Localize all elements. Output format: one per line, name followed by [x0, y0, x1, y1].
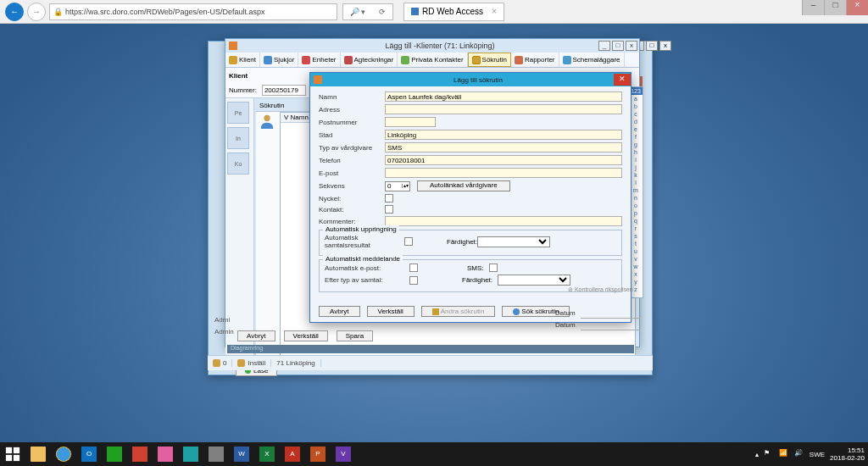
dialog-close-button[interactable]: ✕	[614, 74, 631, 86]
fs2-fard-select[interactable]	[498, 275, 570, 286]
taskbar-app5[interactable]	[127, 442, 153, 466]
win-max[interactable]: □	[612, 41, 624, 51]
tray-volume-icon[interactable]: 🔊	[794, 449, 804, 459]
toolbar-klient[interactable]: Klient	[225, 53, 260, 67]
telefon-input[interactable]: 0702018001	[385, 155, 622, 165]
fs2-sms-checkbox[interactable]	[489, 264, 498, 272]
fs2-sms-label: SMS:	[467, 264, 484, 272]
toolbar-enheter[interactable]: Enheter	[298, 53, 340, 67]
taskbar-vs[interactable]: V	[331, 442, 356, 466]
app-icon	[229, 42, 237, 50]
toolbar-sokrutin[interactable]: Sökrutin	[468, 53, 511, 67]
list-col-namn[interactable]: V Namn	[281, 113, 313, 122]
backwin-close[interactable]: x	[659, 41, 671, 51]
taskbar-word[interactable]: W	[229, 442, 254, 466]
taskbar-store[interactable]	[102, 442, 127, 466]
stad-input[interactable]: Linköping	[385, 130, 622, 140]
tab-title: RD Web Access	[422, 7, 483, 16]
epost-input[interactable]	[385, 168, 622, 178]
fs1-auto-label: Automatisk samtalsresultat	[325, 234, 404, 249]
kommentar-input[interactable]	[385, 216, 622, 226]
fs2-efter-checkbox[interactable]	[409, 276, 418, 285]
main-toolbar: Klient Sjukjor Enheter Agteckningar Priv…	[225, 53, 639, 68]
sidebar-item-in[interactable]: In	[227, 127, 249, 149]
adress-label: Adress	[319, 106, 385, 114]
tray-clock[interactable]: 15:51 2018-02-20	[830, 447, 865, 462]
taskbar-app6[interactable]	[153, 442, 178, 466]
backwin-max[interactable]: □	[646, 41, 658, 51]
postnummer-input[interactable]	[385, 117, 436, 127]
tray-lang[interactable]: SWE	[810, 451, 825, 458]
add-sokrutin-dialog: Lägg till sökrutin ✕ NamnAspen Launfek d…	[309, 72, 632, 323]
start-button[interactable]	[0, 442, 25, 466]
win-min[interactable]: _	[598, 41, 610, 51]
notes-icon	[344, 56, 353, 64]
lower-spara[interactable]: Spara	[337, 330, 373, 341]
system-tray[interactable]: ▴ ⚑ 📶 🔊 SWE 15:51 2018-02-20	[755, 447, 868, 462]
status-icon-flag	[213, 359, 220, 367]
nyckel-checkbox[interactable]	[385, 194, 393, 202]
toolbar-schemalaggare[interactable]: Schemaläggare	[559, 53, 625, 67]
refresh-icon[interactable]: ⟳	[379, 8, 386, 16]
tray-flag-icon[interactable]: ⚑	[764, 449, 774, 459]
status-cell-0: 0	[208, 359, 232, 367]
sidebar-item-ko[interactable]: Ko	[227, 153, 249, 175]
taskbar-pdf[interactable]: A	[280, 442, 305, 466]
taskbar-excel[interactable]: X	[254, 442, 280, 466]
maximize-button[interactable]: □	[824, 0, 846, 15]
fs1-auto-checkbox[interactable]	[404, 237, 413, 246]
address-bar[interactable]: 🔒 https://wa.src.doro.com/RDWeb/Pages/en…	[49, 3, 337, 20]
nav-forward-button[interactable]: →	[27, 3, 46, 21]
dialog-icon	[314, 75, 322, 84]
telefon-label: Telefon	[319, 157, 385, 164]
kontakt-checkbox[interactable]	[385, 205, 393, 214]
autolink-button[interactable]: Autolänkad vårdgivare	[417, 180, 510, 191]
fs1-fard-select[interactable]	[477, 236, 550, 247]
taskbar-outlook[interactable]: O	[76, 442, 102, 466]
browser-tab[interactable]: RD Web Access ×	[403, 3, 504, 21]
fs2-epost-checkbox[interactable]	[409, 264, 418, 272]
taskbar-ppt[interactable]: P	[305, 442, 331, 466]
search-routine-icon	[472, 56, 481, 64]
toolbar-privata[interactable]: Privata Kontakter	[398, 53, 467, 67]
tab-favicon	[411, 8, 419, 15]
dialog-title: Lägg till sökrutin	[326, 76, 631, 84]
nurse-icon	[264, 56, 272, 64]
fs2-fard-label: Färdighet:	[462, 276, 492, 284]
adress-input[interactable]	[385, 104, 622, 114]
win-close[interactable]: x	[626, 41, 637, 51]
schedule-icon	[563, 56, 571, 64]
url-text: https://wa.src.doro.com/RDWeb/Pages/en-U…	[65, 8, 264, 16]
toolbar-sjukjoer[interactable]: Sjukjor	[260, 53, 298, 67]
status-cell-1: Inställ	[232, 359, 271, 367]
nummer-field[interactable]	[262, 85, 306, 96]
close-button[interactable]: ×	[846, 0, 868, 15]
sekvens-spinner[interactable]: 0	[385, 181, 410, 191]
namn-input[interactable]: Aspen Launfek dag/kväll	[385, 92, 622, 102]
tray-up-icon[interactable]: ▴	[755, 451, 759, 458]
toolbar-agteckningar[interactable]: Agteckningar	[341, 53, 398, 67]
taskbar-app8[interactable]	[203, 442, 229, 466]
sidebar-item-pe[interactable]: Pe	[227, 102, 249, 124]
url-controls[interactable]: 🔎 ▾ ⟳	[342, 3, 393, 20]
taskbar-app7[interactable]	[178, 442, 203, 466]
tab-close-icon[interactable]: ×	[492, 7, 497, 16]
tray-network-icon[interactable]: 📶	[779, 449, 789, 459]
admin-label-1: Admi	[214, 316, 243, 324]
taskbar-explorer[interactable]	[25, 442, 51, 466]
svg-rect-4	[14, 455, 19, 461]
svg-rect-1	[6, 447, 12, 453]
lower-avbryt[interactable]: Avbryt	[237, 330, 275, 341]
device-icon	[302, 56, 310, 64]
window-title: Lägg till -Klienter (71: Linköping)	[241, 42, 639, 50]
search-dropdown-icon[interactable]: 🔎 ▾	[350, 8, 366, 16]
contacts-icon	[401, 56, 409, 64]
nav-back-button[interactable]: ←	[5, 3, 24, 21]
minimize-button[interactable]: –	[802, 0, 824, 15]
typ-input[interactable]: SMS	[385, 142, 622, 153]
taskbar-ie[interactable]	[51, 442, 76, 466]
lower-buttons: Avbryt Verkställ Spara	[237, 330, 373, 341]
postnummer-label: Postnummer	[319, 119, 385, 126]
lower-verkstall[interactable]: Verkställ	[284, 330, 328, 341]
toolbar-rapporter[interactable]: Rapporter	[511, 53, 559, 67]
